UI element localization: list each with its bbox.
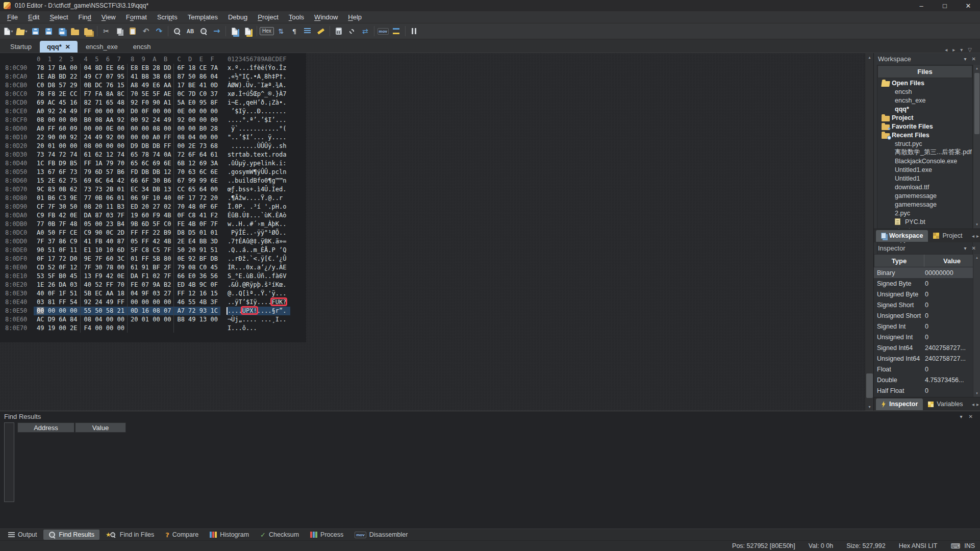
tool-tab-disassembler[interactable]: movDisassembler xyxy=(349,530,413,540)
redo-button[interactable]: ↷ xyxy=(153,24,165,38)
minimize-button[interactable]: – xyxy=(910,0,933,11)
copy-button[interactable] xyxy=(113,24,125,38)
tool-tab-find-results[interactable]: Find Results xyxy=(43,530,99,540)
inspector-row-Half_Float[interactable]: Half Float0 xyxy=(874,385,980,396)
panel-tab-left-icon[interactable]: ◂ xyxy=(972,233,974,239)
inspector-row-Signed_Short[interactable]: Signed Short0 xyxy=(874,299,980,310)
file-info-button[interactable] xyxy=(346,24,358,38)
tab-workspace[interactable]: Workspace xyxy=(876,230,928,242)
hex-row[interactable]: 8:0D00A0 FF 60 0900 00 0E 0000 00 08 000… xyxy=(0,124,306,133)
file-tab-Startup[interactable]: Startup xyxy=(3,41,39,53)
menu-help[interactable]: Help xyxy=(343,12,367,22)
tab-inspector[interactable]: Inspector xyxy=(876,398,923,410)
find-results-menu-icon[interactable]: ▾ xyxy=(960,414,963,419)
open-file-button[interactable]: ▾ xyxy=(16,24,28,38)
inspector-row-Double[interactable]: Double4.75373456... xyxy=(874,374,980,385)
status-insert-mode[interactable]: INS xyxy=(964,542,975,549)
tab-list-icon[interactable]: ▾ xyxy=(960,47,963,53)
tree-item-download_ttf[interactable]: download.ttf xyxy=(877,183,972,191)
tab-project[interactable]: Project xyxy=(928,230,967,242)
save-all-button[interactable] xyxy=(56,24,68,38)
calculator-button[interactable] xyxy=(333,24,345,38)
hex-row[interactable]: 8:0DD07F 37 86 C941 FB 40 8705 FF 42 4B2… xyxy=(0,237,306,246)
hex-row[interactable]: 8:0E4003 81 FF 5492 24 49 FF00 00 00 004… xyxy=(0,298,306,307)
tool-tab-output[interactable]: Output xyxy=(3,530,42,540)
scroll-up-icon[interactable]: ▴ xyxy=(973,254,980,261)
hex-row[interactable]: 8:0CF008 00 00 00B0 08 AA 9200 92 24 499… xyxy=(0,116,306,124)
inspector-row-Unsigned_Int64[interactable]: Unsigned Int642402758727... xyxy=(874,353,980,364)
panel-tab-right-icon[interactable]: ▸ xyxy=(976,233,979,239)
inspector-menu-icon[interactable]: ▾ xyxy=(964,245,967,251)
hex-row[interactable]: 8:0CE0A0 92 24 49FF 00 00 00D0 0F 00 000… xyxy=(0,107,306,116)
tree-item-___pdf[interactable]: 离散数学_第三...后答案.pdf xyxy=(877,148,972,157)
pause-debug-button[interactable] xyxy=(408,24,420,38)
find-button[interactable] xyxy=(171,24,183,38)
tab-variables[interactable]: Variables xyxy=(923,398,968,410)
menu-scripts[interactable]: Scripts xyxy=(152,12,183,22)
menu-window[interactable]: Window xyxy=(309,12,343,22)
menu-format[interactable]: Format xyxy=(121,12,152,22)
hex-row[interactable]: 8:0CB0C0 D8 57 290B DC 76 15A8 49 E6 AA1… xyxy=(0,81,306,90)
hex-row[interactable]: 8:0DF00F 17 72 D09E 7F 60 3C01 FF 5B 800… xyxy=(0,255,306,263)
inspector-row-Unsigned_Int[interactable]: Unsigned Int0 xyxy=(874,332,980,342)
close-all-files-button[interactable] xyxy=(82,24,94,38)
paste-button[interactable] xyxy=(127,24,139,38)
inspector-row-Signed_Byte[interactable]: Signed Byte0 xyxy=(874,278,980,289)
tree-item-Open_Files[interactable]: Open Files xyxy=(877,79,972,87)
maximize-button[interactable]: □ xyxy=(933,0,957,11)
workspace-scrollbar[interactable]: ▴ ▾ xyxy=(973,65,980,228)
find-results-col-value[interactable]: Value xyxy=(75,422,126,433)
scroll-down-icon[interactable]: ▾ xyxy=(865,403,874,411)
highlight-button[interactable] xyxy=(315,24,327,38)
find-results-col-address[interactable]: Address xyxy=(17,422,74,433)
hex-row[interactable]: 8:0DA0C9 FB 42 0EDA 87 03 7F19 60 F9 4B0… xyxy=(0,211,306,220)
inspector-row-Signed_Int[interactable]: Signed Int0 xyxy=(874,321,980,332)
tool-tab-find-in-files[interactable]: ★Find in Files xyxy=(100,530,159,540)
menu-view[interactable]: View xyxy=(96,12,121,22)
close-file-button[interactable] xyxy=(69,24,81,38)
hex-text-toggle-button[interactable]: Hex xyxy=(260,24,274,38)
inspector-close-icon[interactable]: ✕ xyxy=(972,245,976,251)
hex-row[interactable]: 8:0E5000 00 00 0055 50 58 210D 16 08 07A… xyxy=(0,307,306,315)
replace-button[interactable]: AB xyxy=(184,24,196,38)
scrollbar-thumb[interactable] xyxy=(866,373,873,398)
tree-item-BlackjackConsole_exe[interactable]: BlackjackConsole.exe xyxy=(877,157,972,165)
tree-item-Untitled1[interactable]: Untitled1 xyxy=(877,174,972,183)
hex-row[interactable]: 8:0D709C 83 0B 6273 73 2B 01EC 34 DB 13C… xyxy=(0,185,306,194)
file-tab-encsh[interactable]: encsh xyxy=(126,41,158,53)
tree-item-Recent_Files[interactable]: Recent Files xyxy=(877,131,972,139)
menu-edit[interactable]: Edit xyxy=(23,12,44,22)
scroll-up-icon[interactable]: ▴ xyxy=(865,53,874,61)
hex-row[interactable]: 8:0DE090 51 0F 11E1 10 10 6D5F C8 C5 7F5… xyxy=(0,246,306,255)
goto-button[interactable]: → xyxy=(211,24,223,38)
disassembly-mov-button[interactable]: mov xyxy=(377,24,389,38)
tree-item-PYC_bt[interactable]: PYC.bt xyxy=(877,217,972,226)
menu-file[interactable]: File xyxy=(2,12,23,22)
menu-templates[interactable]: Templates xyxy=(183,12,223,22)
hex-row[interactable]: 8:0D6015 2E 62 7569 6C 64 4266 6F 30 B66… xyxy=(0,177,306,185)
tree-item-Project[interactable]: Project xyxy=(877,113,972,122)
inspector-scrollbar[interactable]: ▴ ▾ xyxy=(973,254,980,397)
hex-row[interactable]: 8:0E60AC D9 6A 8408 04 00 0020 01 00 00B… xyxy=(0,315,306,324)
scrollbar-thumb[interactable] xyxy=(974,73,979,134)
tree-item-encsh_exe[interactable]: encsh_exe xyxy=(877,96,972,105)
tool-tab-histogram[interactable]: Histogram xyxy=(205,530,254,540)
scroll-up-icon[interactable]: ▴ xyxy=(973,65,980,72)
panel-pin-icon[interactable]: ▽ xyxy=(968,47,972,53)
save-button[interactable] xyxy=(29,24,41,38)
status-modes[interactable]: Hex ANSI LIT xyxy=(899,542,938,549)
tree-item-struct_pyc[interactable]: struct.pyc xyxy=(877,139,972,148)
inspector-row-Float[interactable]: Float0 xyxy=(874,364,980,374)
run-template-button[interactable] xyxy=(242,24,254,38)
tab-scroll-left-icon[interactable]: ◂ xyxy=(945,47,947,53)
inspector-row-Signed_Int64[interactable]: Signed Int642402758727... xyxy=(874,342,980,353)
hex-row[interactable]: 8:0CA01E AB BD 2249 C7 07 9541 B8 38 688… xyxy=(0,72,306,81)
hex-vertical-scrollbar[interactable]: ▴ ▾ xyxy=(865,53,873,411)
menu-project[interactable]: Project xyxy=(253,12,283,22)
tree-item-gamemessage[interactable]: gamemessage xyxy=(877,200,972,209)
hex-row[interactable]: 8:0D3073 74 72 7461 62 12 7465 78 74 0A7… xyxy=(0,151,306,159)
tool-tab-checksum[interactable]: ✓Checksum xyxy=(255,530,304,540)
tool-tab-process[interactable]: Process xyxy=(305,530,348,540)
hex-row[interactable]: 8:0D2020 01 00 0008 00 00 00D9 DB DB FF0… xyxy=(0,142,306,151)
hex-row[interactable]: 8:0D401C FB D9 B5FF 1A 79 7065 6C 69 6E6… xyxy=(0,159,306,168)
